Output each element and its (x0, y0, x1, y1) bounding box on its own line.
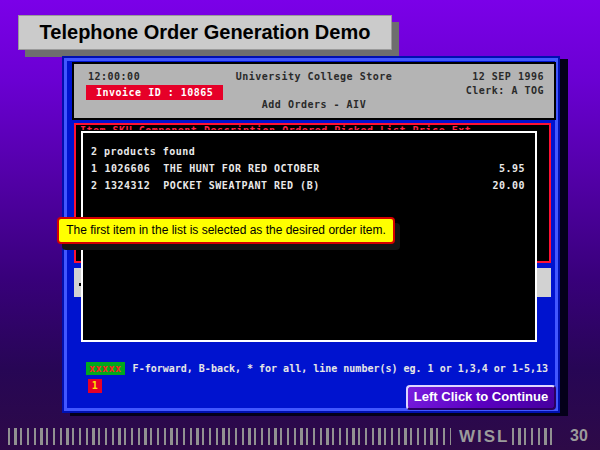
terminal-header-panel: 12:00:00 University College Store 12 SEP… (72, 62, 556, 120)
column-headers-clipped: Item SKU Component Description Ordered P… (76, 125, 549, 130)
mode-text: Add Orders - AIV (74, 99, 554, 110)
line-selection-input[interactable]: xxxxx (86, 362, 125, 375)
clerk-text: Clerk: A TOG (466, 85, 544, 96)
command-prompt-line: xxxxx F-forward, B-back, * for all, line… (86, 362, 548, 375)
price: 20.00 (492, 180, 525, 191)
callout-tooltip: The first item in the list is selected a… (57, 217, 395, 244)
price: 5.95 (499, 163, 525, 174)
barcode-divider (512, 428, 552, 445)
results-count: 2 products found (91, 146, 535, 157)
prompt-help-text: F-forward, B-back, * for all, line numbe… (133, 363, 548, 374)
line-number: 1 (91, 163, 98, 174)
product-row[interactable]: 2 1324312 POCKET SWEATPANT RED (B) 20.00 (91, 180, 525, 191)
slide-title: Telephone Order Generation Demo (18, 15, 392, 50)
slide-background: Telephone Order Generation Demo 12:00:00… (0, 0, 600, 450)
left-click-to-continue-button[interactable]: Left Click to Continue (406, 385, 556, 410)
sku: 1324312 (105, 180, 151, 191)
date-text: 12 SEP 1996 (472, 71, 544, 82)
wisl-logo-text: WISL (459, 427, 510, 447)
description: THE HUNT FOR RED OCTOBER (163, 163, 320, 174)
selected-line-badge: 1 (88, 379, 102, 393)
sku: 1026606 (105, 163, 151, 174)
line-number: 2 (91, 180, 98, 191)
barcode-divider (8, 428, 451, 445)
description: POCKET SWEATPANT RED (B) (163, 180, 320, 191)
slide-page-number: 30 (570, 427, 588, 445)
product-row[interactable]: 1 1026606 THE HUNT FOR RED OCTOBER 5.95 (91, 163, 525, 174)
invoice-id-badge: Invoice ID : 10865 (86, 85, 223, 100)
